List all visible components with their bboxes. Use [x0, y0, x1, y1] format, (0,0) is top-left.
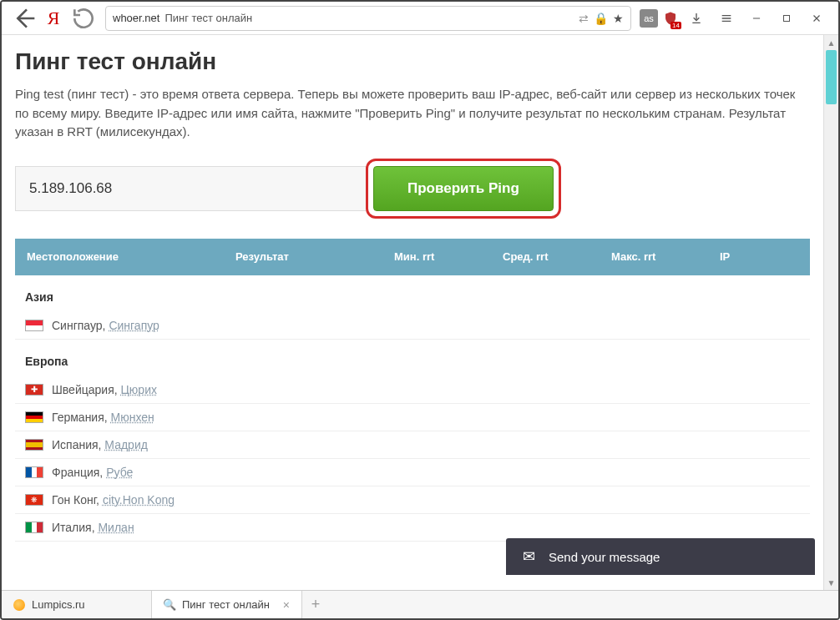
location-label: Швейцария, Цюрих — [52, 383, 157, 396]
location-row: Франция, Рубе — [15, 459, 810, 486]
flag-icon — [25, 466, 43, 478]
ping-form: Проверить Ping — [15, 159, 810, 219]
content-wrap: Пинг тест онлайн Ping test (пинг тест) -… — [2, 35, 838, 590]
flag-icon — [25, 320, 43, 331]
location-label: Гон Конг, city.Hon Kong — [52, 493, 175, 507]
address-bar[interactable]: whoer.net Пинг тест онлайн ⇄ 🔒 ★ — [105, 6, 631, 31]
site-favicon-icon — [13, 599, 25, 611]
location-row: Гон Конг, city.Hon Kong — [15, 486, 810, 514]
maximize-icon — [782, 13, 792, 23]
th-ip: IP — [720, 250, 798, 263]
region-header: Азия — [15, 275, 810, 312]
location-row: Сингпаур, Сингапур — [15, 312, 810, 340]
download-icon — [690, 12, 703, 25]
location-label: Франция, Рубе — [52, 466, 133, 479]
vertical-scrollbar[interactable]: ▲ ▼ — [823, 35, 838, 590]
url-title: Пинг тест онлайн — [164, 12, 252, 24]
extension-as-icon[interactable]: as — [640, 9, 658, 28]
url-host: whoer.net — [113, 12, 159, 24]
new-tab-button[interactable]: + — [302, 591, 329, 618]
chat-label: Send your message — [549, 550, 660, 564]
lock-icon: 🔒 — [594, 12, 608, 25]
location-row: Германия, Мюнхен — [15, 404, 810, 431]
tab-label: Lumpics.ru — [32, 598, 85, 611]
page-description: Ping test (пинг тест) - это время ответа… — [15, 85, 810, 142]
svg-rect-0 — [784, 15, 790, 21]
location-row: Швейцария, Цюрих — [15, 376, 810, 404]
envelope-icon: ✉ — [523, 547, 535, 566]
shield-badge: 14 — [670, 22, 681, 29]
results-table-header: Местоположение Результат Мин. rrt Сред. … — [15, 239, 810, 275]
browser-tab[interactable]: 🔍Пинг тест онлайн× — [152, 591, 302, 618]
check-button-highlight: Проверить Ping — [366, 159, 561, 219]
translate-icon[interactable]: ⇄ — [579, 12, 589, 25]
page-content: Пинг тест онлайн Ping test (пинг тест) -… — [2, 35, 823, 590]
reload-icon — [70, 5, 97, 32]
menu-button[interactable] — [713, 5, 740, 32]
hamburger-icon — [720, 12, 733, 25]
reload-button[interactable] — [70, 5, 97, 32]
location-label: Италия, Милан — [52, 521, 134, 534]
back-button[interactable] — [10, 5, 37, 32]
flag-icon — [25, 522, 43, 533]
flag-icon — [25, 384, 43, 396]
th-max: Макс. rrt — [611, 250, 720, 263]
scroll-up-icon[interactable]: ▲ — [824, 35, 838, 50]
scroll-thumb[interactable] — [826, 50, 837, 104]
search-favicon-icon: 🔍 — [164, 599, 175, 611]
tab-bar: Lumpics.ru🔍Пинг тест онлайн× + — [2, 590, 838, 618]
window-close-button[interactable] — [803, 5, 830, 32]
th-location: Местоположение — [27, 250, 235, 263]
results-body: АзияСингпаур, СингапурЕвропаШвейцария, Ц… — [15, 275, 810, 542]
yandex-logo-icon[interactable]: Я — [40, 5, 67, 32]
th-min: Мин. rrt — [394, 250, 503, 263]
close-icon — [811, 13, 822, 24]
chat-widget[interactable]: ✉ Send your message — [506, 538, 815, 575]
location-label: Сингпаур, Сингапур — [52, 319, 159, 332]
tab-close-icon[interactable]: × — [283, 598, 290, 612]
scroll-down-icon[interactable]: ▼ — [824, 575, 838, 590]
flag-icon — [25, 439, 43, 451]
browser-tab[interactable]: Lumpics.ru — [2, 591, 152, 618]
back-arrow-icon — [10, 5, 37, 32]
location-label: Испания, Мадрид — [52, 438, 148, 451]
window-maximize-button[interactable] — [773, 5, 800, 32]
page-title: Пинг тест онлайн — [15, 48, 810, 75]
th-result: Результат — [235, 250, 394, 263]
scroll-track[interactable] — [824, 50, 838, 575]
tab-label: Пинг тест онлайн — [182, 598, 270, 611]
location-row: Италия, Милан — [15, 514, 810, 542]
location-row: Испания, Мадрид — [15, 431, 810, 459]
check-ping-button[interactable]: Проверить Ping — [373, 166, 554, 211]
star-icon[interactable]: ★ — [613, 12, 624, 25]
download-button[interactable] — [683, 5, 710, 32]
extension-shield-icon[interactable]: 14 — [661, 9, 680, 28]
flag-icon — [25, 494, 43, 506]
window-minimize-button[interactable] — [743, 5, 770, 32]
location-label: Германия, Мюнхен — [52, 411, 154, 424]
th-avg: Сред. rrt — [503, 250, 611, 263]
ip-input[interactable] — [15, 166, 366, 211]
browser-toolbar: Я whoer.net Пинг тест онлайн ⇄ 🔒 ★ as 14 — [2, 2, 838, 35]
minimize-icon — [751, 13, 762, 24]
region-header: Европа — [15, 340, 810, 376]
flag-icon — [25, 411, 43, 423]
